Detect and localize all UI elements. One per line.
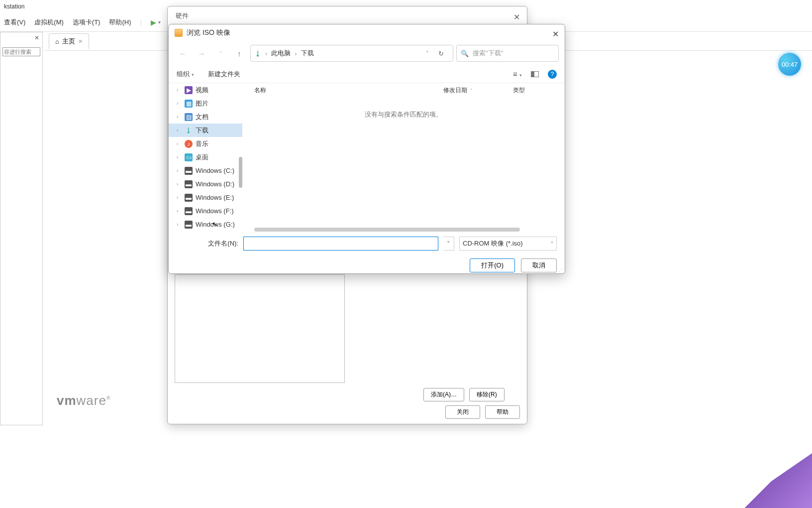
tree-item-4[interactable]: › ♪ 音乐 [169,137,242,150]
tree-item-9[interactable]: › ▬ Windows (F:) [169,204,242,218]
col-date[interactable]: 修改日期 ˅ [443,86,513,95]
tree-item-2[interactable]: › ▤ 文档 [169,110,242,124]
tree-item-label: 音乐 [196,139,208,148]
chevron-right-icon[interactable]: › [177,127,182,133]
preview-pane-icon[interactable] [531,71,539,77]
filename-row: 文件名(N): ˅ CD-ROM 映像 (*.iso)˅ [169,232,565,255]
nav-up-icon[interactable]: ↑ [231,45,247,61]
cancel-button[interactable]: 取消 [521,258,557,272]
col-name[interactable]: 名称 [254,86,443,95]
empty-message: 没有与搜索条件匹配的项。 [242,110,565,119]
chevron-right-icon[interactable]: › [177,114,182,120]
tree-item-7[interactable]: › ▬ Windows (D:) [169,177,242,191]
tree-item-label: Windows (D:) [196,180,234,188]
chevron-right-icon[interactable]: › [177,181,182,187]
down-icon: ⭣ [185,127,193,134]
nav-recent-icon[interactable]: ˅ [212,45,228,61]
tree-item-10[interactable]: › ▬ Windows (G:) [169,218,242,231]
chevron-right-icon[interactable]: › [177,222,182,227]
vmware-logo: vmware® [57,393,110,408]
tree-item-5[interactable]: › ▭ 桌面 [169,150,242,164]
nav-back-icon[interactable]: ← [175,45,191,61]
hardware-close-icon[interactable]: ✕ [513,12,520,22]
menu-tabs[interactable]: 选项卡(T) [73,18,101,27]
tree-scrollbar[interactable] [239,157,242,188]
chevron-right-icon[interactable]: › [177,195,182,200]
add-hardware-button[interactable]: 添加(A)… [423,388,464,401]
organize-menu[interactable]: 组织 ▾ [177,70,194,79]
view-mode-icon[interactable]: ≡ ▾ [513,70,522,78]
col-type[interactable]: 类型 [513,86,553,95]
tree-item-3[interactable]: › ⭣ 下载 [169,124,242,137]
tab-close-icon[interactable]: ✕ [78,38,83,45]
filetype-select[interactable]: CD-ROM 映像 (*.iso)˅ [459,237,557,251]
chevron-right-icon[interactable]: › [177,154,182,160]
tree-item-label: 图片 [196,99,208,108]
tab-label: 主页 [62,37,75,46]
timer-badge: 00:47 [778,53,801,76]
chevron-right-icon[interactable]: › [177,168,182,173]
home-icon: ⌂ [55,38,59,45]
browse-titlebar: 浏览 ISO 映像 [169,24,565,41]
tree-item-label: 视频 [196,86,208,95]
tree-item-1[interactable]: › ▦ 图片 [169,97,242,110]
tree-item-label: 文档 [196,113,208,122]
address-bar[interactable]: ⭣ › 此电脑 › 下载 ˅ ↻ [250,45,453,62]
filename-label: 文件名(N): [177,239,238,248]
library-panel: ✕ [0,32,43,425]
tree-item-6[interactable]: › ▬ Windows (C:) [169,164,242,177]
hardware-close-button[interactable]: 关闭 [445,405,480,419]
chevron-right-icon[interactable]: › [177,87,182,93]
drive-icon: ▬ [185,167,193,175]
search-icon: 🔍 [461,50,469,57]
search-placeholder: 搜索"下载" [473,49,503,58]
crumb-folder[interactable]: 下载 [301,49,314,58]
help-icon[interactable]: ? [548,70,557,79]
chevron-right-icon[interactable]: › [177,101,182,106]
open-button[interactable]: 打开(O) [470,258,515,272]
tree-item-label: Windows (F:) [196,207,234,215]
vmware-app-icon [175,29,183,37]
filename-dropdown-icon[interactable]: ˅ [443,237,454,251]
menu-view[interactable]: 查看(V) [4,18,25,27]
search-box[interactable]: 🔍 搜索"下载" [456,45,559,62]
panel-close-icon[interactable]: ✕ [34,34,39,41]
folder-tree: › ▶ 视频› ▦ 图片› ▤ 文档› ⭣ 下载› ♪ 音乐› ▭ 桌面› ▬ … [169,83,242,232]
new-folder-button[interactable]: 新建文件夹 [208,70,240,79]
tab-home[interactable]: ⌂ 主页 ✕ [49,33,89,49]
refresh-icon[interactable]: ↻ [433,45,449,61]
content-row: › ▶ 视频› ▦ 图片› ▤ 文档› ⭣ 下载› ♪ 音乐› ▭ 桌面› ▬ … [169,83,565,232]
filename-input[interactable] [243,237,438,251]
drive-icon: ▬ [185,194,193,202]
browse-close-icon[interactable]: ✕ [552,29,559,39]
hardware-help-button[interactable]: 帮助 [485,405,520,419]
menu-vm[interactable]: 虚拟机(M) [34,18,64,27]
tree-item-label: Windows (E:) [196,194,234,201]
doc-icon: ▤ [185,113,193,121]
chevron-right-icon[interactable]: › [177,208,182,214]
tree-item-label: 下载 [196,126,208,135]
horizontal-scrollbar[interactable] [254,228,520,232]
file-list: 名称 修改日期 ˅ 类型 没有与搜索条件匹配的项。 [242,83,565,232]
pic-icon: ▦ [185,100,193,108]
play-button[interactable]: ▶ ▾ [151,18,161,26]
nav-forward-icon[interactable]: → [194,45,209,61]
download-folder-icon: ⭣ [255,50,261,57]
tree-item-0[interactable]: › ▶ 视频 [169,83,242,97]
hardware-title: 硬件 [168,6,527,25]
remove-hardware-button[interactable]: 移除(R) [469,388,505,401]
browse-iso-dialog: 浏览 ISO 映像 ✕ ← → ˅ ↑ ⭣ › 此电脑 › 下载 ˅ ↻ 🔍 搜… [168,24,565,274]
browse-title: 浏览 ISO 映像 [187,28,230,37]
chevron-right-icon[interactable]: › [177,141,182,146]
library-search-input[interactable] [2,47,40,56]
drive-icon: ▬ [185,180,193,188]
menu-help[interactable]: 帮助(H) [109,18,131,27]
drive-icon: ▬ [185,221,193,229]
resize-grip-icon[interactable]: ⋰ [559,267,564,272]
crumb-root[interactable]: 此电脑 [271,49,291,58]
tree-item-8[interactable]: › ▬ Windows (E:) [169,191,242,204]
list-header: 名称 修改日期 ˅ 类型 [242,83,565,98]
tree-item-label: Windows (C:) [196,167,234,174]
nav-row: ← → ˅ ↑ ⭣ › 此电脑 › 下载 ˅ ↻ 🔍 搜索"下载" [169,41,565,65]
address-dropdown-icon[interactable]: ˅ [426,50,429,57]
